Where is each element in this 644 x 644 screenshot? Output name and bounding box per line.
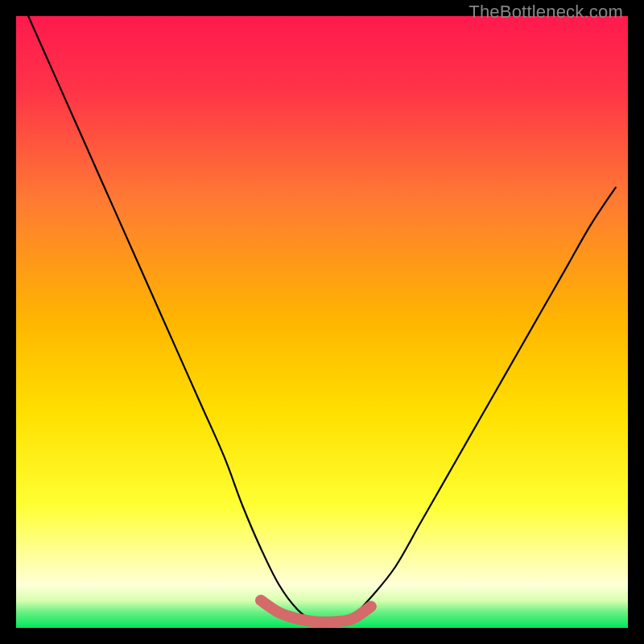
watermark-text: TheBottleneck.com xyxy=(469,2,623,23)
chart-frame xyxy=(16,16,628,628)
bottleneck-chart xyxy=(16,16,628,628)
